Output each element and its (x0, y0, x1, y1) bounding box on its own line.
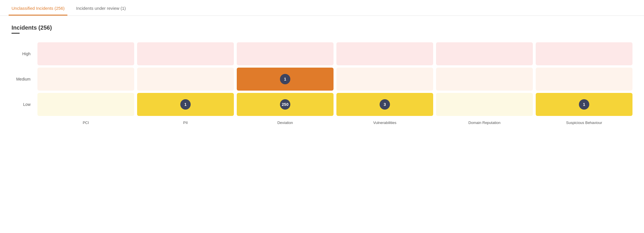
badge-low-suspicious-behaviour: 1 (579, 99, 589, 110)
row-low: Low 1 250 3 (12, 93, 632, 116)
row-high: High (12, 42, 632, 65)
col-label-deviation: Deviation (237, 121, 334, 125)
cells-row-medium: 1 (37, 68, 632, 91)
cell-low-vulnerabilities[interactable]: 3 (336, 93, 433, 116)
section-title: Incidents (256) (12, 24, 632, 31)
col-labels: PCI PII Deviation Vulnerabilities Domain… (37, 121, 632, 125)
cell-high-pii[interactable] (137, 42, 234, 65)
cells-row-high (37, 42, 632, 65)
badge-low-deviation: 250 (280, 99, 290, 110)
cell-high-vulnerabilities[interactable] (336, 42, 433, 65)
cell-low-pci[interactable] (37, 93, 134, 116)
col-label-pii: PII (137, 121, 234, 125)
tab-bar: Unclassified Incidents (256) Incidents u… (0, 0, 644, 16)
badge-medium-deviation: 1 (280, 74, 290, 84)
col-label-vulnerabilities: Vulnerabilities (336, 121, 433, 125)
cell-medium-deviation[interactable]: 1 (237, 68, 334, 91)
cell-medium-vulnerabilities[interactable] (336, 68, 433, 91)
cell-medium-domain-reputation[interactable] (436, 68, 533, 91)
col-label-suspicious-behaviour: Suspicious Behaviour (536, 121, 632, 125)
cell-low-domain-reputation[interactable] (436, 93, 533, 116)
cell-high-domain-reputation[interactable] (436, 42, 533, 65)
cell-high-pci[interactable] (37, 42, 134, 65)
badge-low-pii: 1 (180, 99, 191, 110)
col-label-pci: PCI (37, 121, 134, 125)
row-label-low: Low (12, 102, 37, 107)
col-label-domain-reputation: Domain Reputation (436, 121, 533, 125)
grid-container: High Medium 1 (12, 42, 632, 118)
cell-high-deviation[interactable] (237, 42, 334, 65)
tab-unclassified[interactable]: Unclassified Incidents (256) (9, 6, 67, 16)
cell-low-deviation[interactable]: 250 (237, 93, 334, 116)
column-labels-row: PCI PII Deviation Vulnerabilities Domain… (12, 121, 632, 125)
section-title-underline (12, 33, 20, 34)
cell-medium-pci[interactable] (37, 68, 134, 91)
tab-under-review[interactable]: Incidents under review (1) (73, 6, 129, 16)
badge-low-vulnerabilities: 3 (380, 99, 390, 110)
cell-low-pii[interactable]: 1 (137, 93, 234, 116)
row-label-medium: Medium (12, 77, 37, 81)
cells-row-low: 1 250 3 1 (37, 93, 632, 116)
cell-medium-suspicious-behaviour[interactable] (536, 68, 632, 91)
row-medium: Medium 1 (12, 68, 632, 91)
main-content: Incidents (256) High Medium 1 (0, 16, 644, 133)
cell-low-suspicious-behaviour[interactable]: 1 (536, 93, 632, 116)
cell-medium-pii[interactable] (137, 68, 234, 91)
cell-high-suspicious-behaviour[interactable] (536, 42, 632, 65)
row-label-high: High (12, 51, 37, 56)
